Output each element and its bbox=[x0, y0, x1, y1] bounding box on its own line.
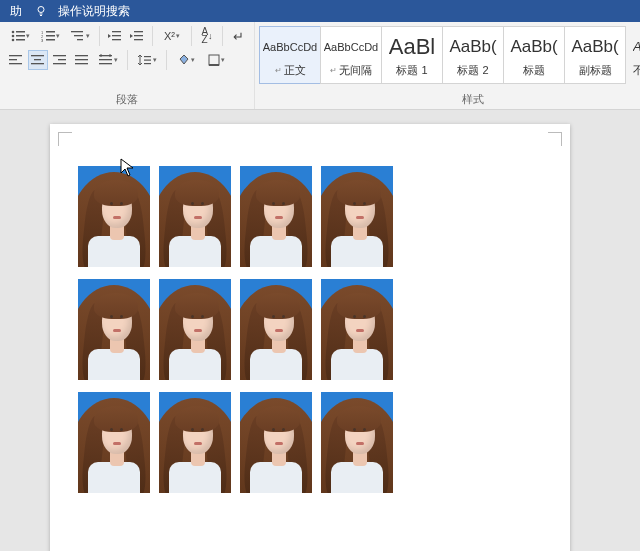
svg-rect-6 bbox=[16, 39, 25, 41]
align-justify-button[interactable] bbox=[72, 50, 92, 70]
id-photo[interactable] bbox=[159, 279, 231, 380]
id-photo[interactable] bbox=[78, 166, 150, 267]
styles-group: AaBbCcDd↵正文AaBbCcDd↵无间隔AaBl标题 1AaBb(标题 2… bbox=[255, 22, 640, 109]
page[interactable] bbox=[50, 124, 570, 551]
svg-rect-23 bbox=[9, 59, 17, 60]
id-photo[interactable] bbox=[240, 279, 312, 380]
id-photo[interactable] bbox=[78, 279, 150, 380]
svg-rect-40 bbox=[209, 55, 219, 65]
decrease-indent-button[interactable] bbox=[105, 26, 125, 46]
style-item-0[interactable]: AaBbCcDd↵正文 bbox=[259, 26, 321, 84]
tell-me-search[interactable]: 操作说明搜索 bbox=[52, 1, 136, 22]
svg-rect-32 bbox=[75, 59, 88, 60]
styles-gallery[interactable]: AaBbCcDd↵正文AaBbCcDd↵无间隔AaBl标题 1AaBb(标题 2… bbox=[259, 26, 640, 84]
styles-group-title: 样式 bbox=[259, 90, 640, 107]
svg-rect-27 bbox=[31, 63, 44, 64]
style-item-4[interactable]: AaBb(标题 bbox=[503, 26, 565, 84]
sort-button[interactable]: AZ↓ bbox=[197, 26, 217, 46]
svg-point-5 bbox=[11, 39, 14, 42]
paragraph-group-title: 段落 bbox=[6, 90, 248, 107]
svg-rect-15 bbox=[77, 39, 83, 40]
svg-point-3 bbox=[11, 35, 14, 38]
svg-rect-4 bbox=[16, 35, 25, 37]
id-photo[interactable] bbox=[78, 392, 150, 493]
svg-rect-8 bbox=[46, 31, 55, 33]
align-left-button[interactable] bbox=[6, 50, 26, 70]
style-item-2[interactable]: AaBl标题 1 bbox=[381, 26, 443, 84]
id-photo[interactable] bbox=[240, 392, 312, 493]
title-bar: 助 操作说明搜索 bbox=[0, 0, 640, 22]
distribute-button[interactable]: ▾ bbox=[94, 50, 122, 70]
margin-corner-tl bbox=[58, 132, 72, 146]
asian-layout-button[interactable]: X²▾ bbox=[158, 26, 186, 46]
id-photo[interactable] bbox=[159, 392, 231, 493]
style-item-1[interactable]: AaBbCcDd↵无间隔 bbox=[320, 26, 382, 84]
svg-rect-14 bbox=[74, 35, 83, 36]
svg-rect-20 bbox=[134, 35, 143, 36]
svg-rect-28 bbox=[53, 55, 66, 56]
bullets-button[interactable]: ▾ bbox=[6, 26, 34, 46]
document-area[interactable] bbox=[0, 110, 640, 551]
line-spacing-button[interactable]: ▾ bbox=[133, 50, 161, 70]
svg-rect-25 bbox=[31, 55, 44, 56]
svg-rect-21 bbox=[134, 39, 143, 40]
svg-rect-38 bbox=[144, 60, 151, 61]
lightbulb-icon bbox=[34, 4, 48, 18]
id-photo[interactable] bbox=[321, 392, 393, 493]
svg-rect-2 bbox=[16, 31, 25, 33]
align-center-button[interactable] bbox=[28, 50, 48, 70]
svg-rect-37 bbox=[144, 56, 151, 57]
paragraph-group: ▾ 123▾ ▾ X²▾ bbox=[0, 22, 255, 109]
svg-rect-19 bbox=[134, 31, 143, 32]
svg-rect-24 bbox=[9, 63, 22, 64]
svg-rect-35 bbox=[99, 59, 112, 60]
svg-rect-16 bbox=[112, 31, 121, 32]
show-marks-button[interactable]: ↵ bbox=[228, 26, 248, 46]
svg-point-1 bbox=[11, 31, 14, 34]
svg-point-0 bbox=[38, 7, 44, 13]
multilevel-list-button[interactable]: ▾ bbox=[66, 26, 94, 46]
svg-rect-17 bbox=[112, 35, 121, 36]
borders-button[interactable]: ▾ bbox=[202, 50, 230, 70]
svg-rect-30 bbox=[53, 63, 66, 64]
id-photo[interactable] bbox=[159, 166, 231, 267]
style-item-6[interactable]: AaBb不明显 bbox=[625, 26, 640, 84]
svg-rect-33 bbox=[75, 63, 88, 64]
svg-rect-22 bbox=[9, 55, 22, 56]
style-item-3[interactable]: AaBb(标题 2 bbox=[442, 26, 504, 84]
svg-rect-26 bbox=[34, 59, 41, 60]
id-photo[interactable] bbox=[321, 166, 393, 267]
svg-rect-10 bbox=[46, 35, 55, 37]
ribbon: ▾ 123▾ ▾ X²▾ bbox=[0, 22, 640, 110]
svg-rect-29 bbox=[58, 59, 66, 60]
photo-grid bbox=[78, 166, 542, 493]
style-item-5[interactable]: AaBb(副标题 bbox=[564, 26, 626, 84]
increase-indent-button[interactable] bbox=[127, 26, 147, 46]
svg-rect-13 bbox=[71, 31, 83, 32]
svg-text:3: 3 bbox=[41, 38, 44, 42]
margin-corner-tr bbox=[548, 132, 562, 146]
svg-rect-31 bbox=[75, 55, 88, 56]
svg-rect-18 bbox=[112, 39, 121, 40]
help-tab[interactable]: 助 bbox=[4, 1, 28, 22]
id-photo[interactable] bbox=[321, 279, 393, 380]
numbering-button[interactable]: 123▾ bbox=[36, 26, 64, 46]
id-photo[interactable] bbox=[240, 166, 312, 267]
svg-rect-36 bbox=[99, 63, 112, 64]
svg-rect-12 bbox=[46, 39, 55, 41]
svg-rect-39 bbox=[144, 63, 151, 64]
shading-button[interactable]: ▾ bbox=[172, 50, 200, 70]
align-right-button[interactable] bbox=[50, 50, 70, 70]
